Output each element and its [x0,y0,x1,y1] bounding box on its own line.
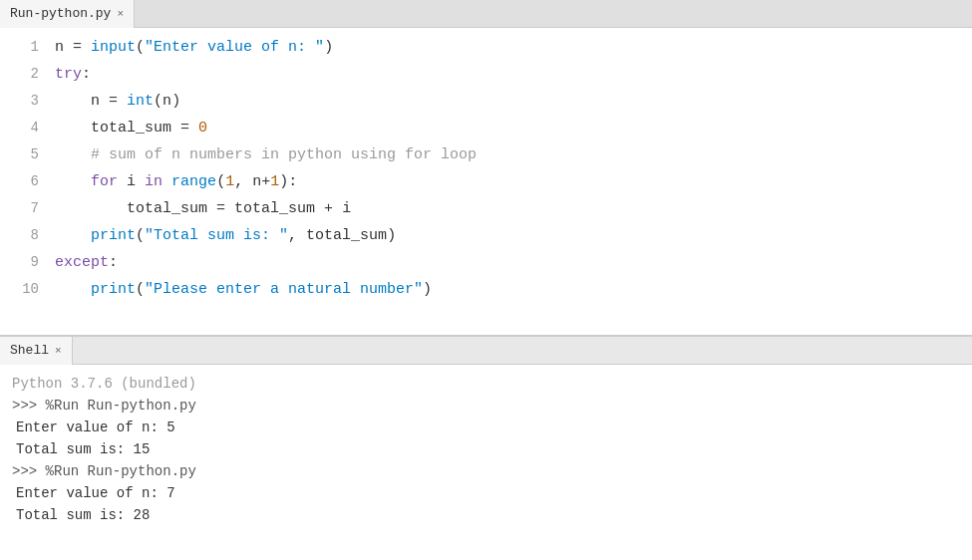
code-line: 4 total_sum = 0 [0,115,972,141]
line-number: 8 [0,222,55,248]
shell-run2-output1: Enter value of n: 7 [12,482,960,504]
code-line: 9except: [0,249,972,276]
line-content: total_sum = total_sum + i [55,196,972,222]
line-content: print("Total sum is: ", total_sum) [55,223,972,249]
code-line: 2try: [0,61,972,88]
code-editor[interactable]: 1n = input("Enter value of n: ")2try:3 n… [0,28,972,337]
editor-tab[interactable]: Run-python.py × [0,0,135,28]
shell-tab-label: Shell [10,343,49,358]
shell-run1-output2: Total sum is: 15 [12,438,960,460]
shell-output-area[interactable]: Python 3.7.6 (bundled) >>> %Run Run-pyth… [0,365,972,560]
editor-tab-label: Run-python.py [10,6,111,21]
shell-tab-bar: Shell × [0,337,972,365]
editor-tab-bar: Run-python.py × [0,0,972,28]
line-number: 5 [0,141,55,167]
line-number: 10 [0,276,55,302]
line-number: 2 [0,61,55,87]
line-number: 7 [0,195,55,221]
line-content: for i in range(1, n+1): [55,169,972,195]
shell-tab[interactable]: Shell × [0,337,73,365]
line-number: 4 [0,115,55,140]
line-number: 6 [0,168,55,194]
shell-container: Shell × Python 3.7.6 (bundled) >>> %Run … [0,337,972,560]
line-number: 1 [0,34,55,60]
line-content: except: [55,250,972,276]
line-content: total_sum = 0 [55,116,972,141]
code-line: 1n = input("Enter value of n: ") [0,34,972,61]
code-line: 7 total_sum = total_sum + i [0,195,972,222]
line-content: print("Please enter a natural number") [55,277,972,303]
line-number: 9 [0,249,55,275]
python-version: Python 3.7.6 (bundled) [12,373,960,395]
code-line: 8 print("Total sum is: ", total_sum) [0,222,972,249]
shell-run1-prompt: >>> %Run Run-python.py [12,395,960,417]
line-number: 3 [0,88,55,114]
app-container: Run-python.py × 1n = input("Enter value … [0,0,972,560]
shell-run2-prompt: >>> %Run Run-python.py [12,460,960,482]
shell-tab-close[interactable]: × [55,345,62,357]
code-line: 10 print("Please enter a natural number"… [0,276,972,303]
line-content: # sum of n numbers in python using for l… [55,142,972,168]
code-line: 6 for i in range(1, n+1): [0,168,972,195]
line-content: n = int(n) [55,89,972,115]
shell-run1-output1: Enter value of n: 5 [12,417,960,438]
shell-run2-output2: Total sum is: 28 [12,504,960,526]
line-content: try: [55,62,972,88]
code-lines: 1n = input("Enter value of n: ")2try:3 n… [0,28,972,309]
line-content: n = input("Enter value of n: ") [55,35,972,61]
code-line: 3 n = int(n) [0,88,972,115]
code-line: 5 # sum of n numbers in python using for… [0,141,972,168]
editor-tab-close[interactable]: × [117,8,124,20]
